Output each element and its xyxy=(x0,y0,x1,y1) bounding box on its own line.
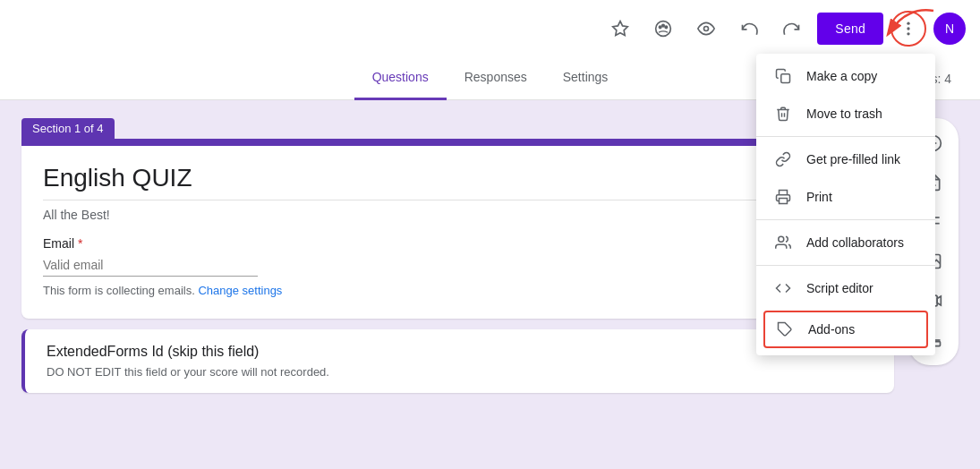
menu-divider-2 xyxy=(756,219,935,220)
form-subtitle: All the Best! xyxy=(43,208,873,222)
redo-button[interactable] xyxy=(774,11,810,47)
print-icon xyxy=(774,189,792,205)
svg-rect-27 xyxy=(781,74,790,83)
svg-point-1 xyxy=(656,21,671,37)
tab-questions[interactable]: Questions xyxy=(354,57,447,100)
trash-icon xyxy=(774,106,792,122)
print-label: Print xyxy=(806,190,832,204)
svg-marker-0 xyxy=(613,21,628,36)
svg-point-8 xyxy=(907,32,909,35)
toolbar-icons: Send N xyxy=(602,11,966,47)
card2-title: ExtendedForms Id (skip this field) xyxy=(47,344,873,360)
send-button[interactable]: Send xyxy=(817,13,883,45)
menu-item-script[interactable]: Script editor xyxy=(756,269,935,307)
undo-button[interactable] xyxy=(731,11,767,47)
addons-label: Add-ons xyxy=(808,322,855,337)
svg-rect-28 xyxy=(780,199,788,204)
prefilled-label: Get pre-filled link xyxy=(806,152,900,166)
email-input[interactable] xyxy=(43,254,258,277)
people-icon xyxy=(774,234,792,251)
dropdown-menu: Make a copy Move to trash Get pre-filled… xyxy=(756,54,935,355)
link-icon xyxy=(774,151,792,167)
puzzle-icon xyxy=(776,321,794,337)
menu-item-prefilled[interactable]: Get pre-filled link xyxy=(756,141,935,178)
svg-point-5 xyxy=(704,27,709,31)
menu-divider-1 xyxy=(756,136,935,137)
email-label: Email* xyxy=(43,236,873,251)
menu-item-move-trash[interactable]: Move to trash xyxy=(756,95,935,132)
code-icon xyxy=(774,280,792,296)
menu-item-make-copy[interactable]: Make a copy xyxy=(756,57,935,95)
svg-point-4 xyxy=(665,26,668,28)
tab-settings[interactable]: Settings xyxy=(545,57,626,100)
title-divider xyxy=(43,200,873,200)
preview-button[interactable] xyxy=(688,11,724,47)
move-trash-label: Move to trash xyxy=(806,107,882,121)
menu-item-print[interactable]: Print xyxy=(756,178,935,216)
email-notice: This form is collecting emails. Change s… xyxy=(43,284,873,297)
more-options-button[interactable] xyxy=(891,11,926,47)
collaborators-label: Add collaborators xyxy=(806,235,904,250)
section-badge: Section 1 of 4 xyxy=(21,118,115,139)
svg-point-6 xyxy=(907,22,909,25)
menu-item-collaborators[interactable]: Add collaborators xyxy=(756,224,935,261)
menu-divider-3 xyxy=(756,265,935,266)
menu-item-addons[interactable]: Add-ons xyxy=(763,311,928,348)
svg-point-29 xyxy=(779,236,784,242)
card2-desc: DO NOT EDIT this field or your score wil… xyxy=(47,365,873,379)
required-star: * xyxy=(78,236,82,251)
avatar[interactable]: N xyxy=(933,13,966,45)
top-bar: Send N xyxy=(0,0,980,57)
copy-icon xyxy=(774,68,792,84)
script-label: Script editor xyxy=(806,281,873,295)
make-copy-label: Make a copy xyxy=(806,69,877,83)
change-settings-link[interactable]: Change settings xyxy=(198,284,282,297)
svg-point-2 xyxy=(660,26,662,28)
form-title: English QUIZ xyxy=(43,164,873,192)
svg-point-3 xyxy=(662,24,665,27)
svg-point-7 xyxy=(907,27,909,30)
svg-marker-24 xyxy=(937,296,941,305)
palette-button[interactable] xyxy=(645,11,681,47)
star-button[interactable] xyxy=(602,11,638,47)
tab-responses[interactable]: Responses xyxy=(447,57,545,100)
